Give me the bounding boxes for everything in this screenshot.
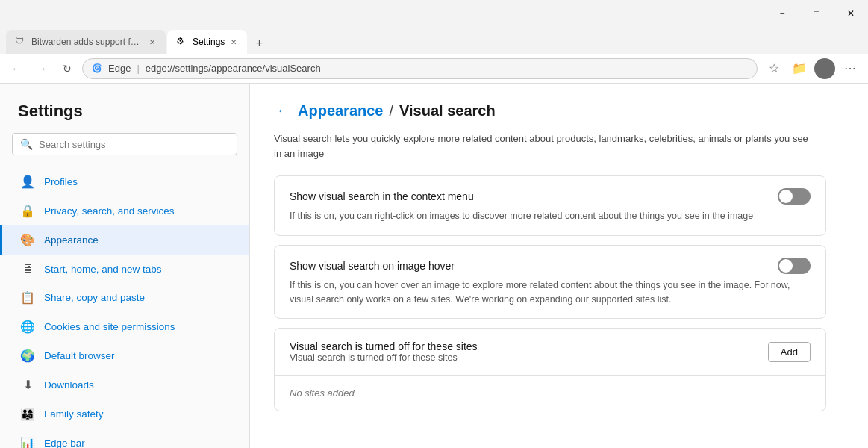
window-icon (6, 6, 21, 21)
sidebar-item-label-edge-bar: Edge bar (44, 438, 85, 448)
profiles-icon: 👤 (20, 175, 35, 189)
sites-empty-text: No sites added (275, 376, 825, 411)
toggle-thumb-context-menu (779, 190, 793, 203)
sidebar-item-label-share-copy: Share, copy and paste (44, 292, 145, 303)
tab-close-bitwarden[interactable]: ✕ (148, 37, 157, 48)
sites-card: Visual search is turned off for these si… (274, 328, 826, 411)
tab-bar: 🛡 Bitwarden adds support for Sim… ✕ ⚙ Se… (0, 27, 868, 54)
tab-title-bitwarden: Bitwarden adds support for Sim… (31, 37, 143, 47)
forward-button[interactable]: → (31, 58, 52, 79)
tab-favicon-settings: ⚙ (176, 36, 188, 48)
collections-icon[interactable]: 📁 (787, 57, 811, 81)
sites-card-header: Visual search is turned off for these si… (275, 329, 825, 376)
default-browser-icon: 🌍 (20, 349, 35, 363)
maximize-button[interactable]: □ (799, 0, 834, 27)
image-hover-card-header: Show visual search on image hover (290, 258, 811, 274)
breadcrumb-separator: / (390, 102, 394, 119)
sidebar-item-label-default-browser: Default browser (44, 350, 115, 361)
privacy-icon: 🔒 (20, 204, 35, 218)
cookies-icon: 🌐 (20, 320, 35, 334)
sidebar-item-profiles[interactable]: 👤 Profiles (0, 167, 249, 196)
edge-bar-icon: 📊 (20, 436, 35, 448)
sidebar-item-share-copy[interactable]: 📋 Share, copy and paste (0, 283, 249, 312)
breadcrumb: ← Appearance / Visual search (274, 102, 844, 119)
refresh-button[interactable]: ↻ (57, 58, 78, 79)
search-icon: 🔍 (20, 138, 33, 150)
sidebar: Settings 🔍 👤 Profiles 🔒 Privacy, search,… (0, 84, 250, 448)
main-content: Settings 🔍 👤 Profiles 🔒 Privacy, search,… (0, 84, 868, 448)
sidebar-item-appearance[interactable]: 🎨 Appearance (0, 225, 249, 255)
toolbar-icons: ☆ 📁 ⋯ (762, 57, 862, 81)
context-menu-card-title: Show visual search in the context menu (290, 190, 474, 202)
content-area: ← Appearance / Visual search Visual sear… (250, 84, 868, 448)
share-copy-icon: 📋 (20, 290, 35, 305)
image-hover-card-title: Show visual search on image hover (290, 260, 455, 272)
sidebar-item-privacy[interactable]: 🔒 Privacy, search, and services (0, 196, 249, 225)
breadcrumb-link[interactable]: Appearance (298, 102, 384, 119)
start-home-icon: 🖥 (20, 262, 35, 276)
sidebar-item-family-safety[interactable]: 👨‍👩‍👧 Family safety (0, 399, 249, 429)
sidebar-item-label-privacy: Privacy, search, and services (44, 205, 175, 217)
context-menu-card-desc: If this is on, you can right-click on im… (290, 209, 811, 223)
tab-title-settings: Settings (193, 37, 225, 47)
profile-avatar[interactable] (813, 57, 837, 81)
sidebar-item-start-home[interactable]: 🖥 Start, home, and new tabs (0, 255, 249, 283)
sidebar-item-label-start-home: Start, home, and new tabs (44, 264, 162, 275)
image-hover-toggle[interactable] (778, 258, 811, 274)
tab-settings[interactable]: ⚙ Settings ✕ (167, 30, 247, 54)
image-hover-card: Show visual search on image hover If thi… (274, 245, 826, 320)
address-bar[interactable]: 🌀 Edge | edge://settings/appearance/visu… (82, 58, 758, 79)
title-bar: − □ ✕ (0, 0, 868, 27)
address-url: edge://settings/appearance/visualSearch (146, 63, 321, 74)
address-brand: Edge (108, 63, 131, 74)
back-button[interactable]: ← (6, 58, 27, 79)
search-box: 🔍 (12, 133, 237, 155)
sites-card-desc: Visual search is turned off for these si… (290, 352, 478, 363)
appearance-icon: 🎨 (20, 233, 35, 247)
sites-card-title: Visual search is turned off for these si… (290, 340, 478, 352)
close-button[interactable]: ✕ (834, 0, 868, 27)
family-safety-icon: 👨‍👩‍👧 (20, 407, 35, 421)
breadcrumb-current: Visual search (399, 102, 496, 119)
tab-bitwarden[interactable]: 🛡 Bitwarden adds support for Sim… ✕ (6, 30, 166, 54)
favorites-icon[interactable]: ☆ (762, 57, 786, 81)
toggle-thumb-image-hover (779, 259, 793, 273)
context-menu-toggle[interactable] (778, 188, 811, 205)
address-separator: | (137, 63, 139, 74)
sidebar-item-label-family-safety: Family safety (44, 408, 104, 420)
window-controls: − □ ✕ (765, 0, 868, 27)
downloads-icon: ⬇ (20, 378, 35, 392)
sidebar-item-downloads[interactable]: ⬇ Downloads (0, 370, 249, 399)
sidebar-item-label-cookies: Cookies and site permissions (44, 321, 175, 332)
sidebar-item-edge-bar[interactable]: 📊 Edge bar (0, 429, 249, 448)
sites-card-header-text: Visual search is turned off for these si… (290, 340, 478, 363)
sidebar-item-default-browser[interactable]: 🌍 Default browser (0, 341, 249, 370)
search-input[interactable] (39, 139, 229, 150)
sidebar-item-cookies[interactable]: 🌐 Cookies and site permissions (0, 312, 249, 341)
tab-close-settings[interactable]: ✕ (229, 37, 238, 48)
context-menu-card-header: Show visual search in the context menu (290, 188, 811, 205)
context-menu-card: Show visual search in the context menu I… (274, 175, 826, 236)
tab-favicon-bitwarden: 🛡 (15, 36, 27, 48)
add-site-button[interactable]: Add (768, 342, 811, 362)
image-hover-card-desc: If this is on, you can hover over an ima… (290, 279, 811, 307)
edge-logo-icon: 🌀 (92, 63, 102, 73)
sidebar-item-label-profiles: Profiles (44, 176, 78, 187)
new-tab-button[interactable]: + (249, 33, 269, 54)
avatar (814, 58, 835, 79)
sidebar-title: Settings (0, 96, 249, 133)
address-bar-row: ← → ↻ 🌀 Edge | edge://settings/appearanc… (0, 54, 868, 84)
back-arrow-button[interactable]: ← (274, 102, 292, 119)
minimize-button[interactable]: − (765, 0, 799, 27)
sidebar-item-label-appearance: Appearance (44, 234, 99, 246)
page-description: Visual search lets you quickly explore m… (274, 131, 811, 161)
more-menu-icon[interactable]: ⋯ (838, 57, 862, 81)
sidebar-item-label-downloads: Downloads (44, 379, 94, 391)
